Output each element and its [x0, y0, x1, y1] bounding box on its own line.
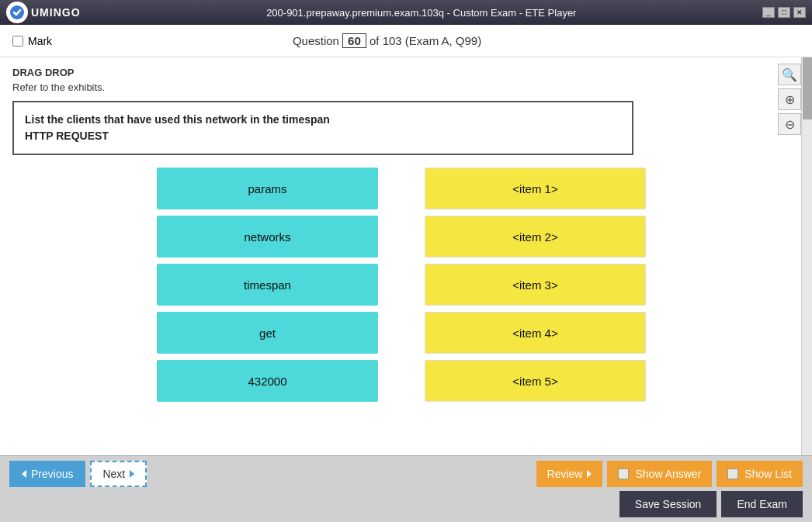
window-controls: _ □ ✕	[762, 7, 806, 18]
drag-drop-area: params networks timespan get 432000 <ite…	[12, 168, 790, 402]
previous-button[interactable]: Previous	[9, 461, 85, 487]
drag-item-cyan-0[interactable]: params	[157, 168, 378, 209]
bottom-row2: Save Session End Exam	[9, 491, 803, 517]
previous-label: Previous	[31, 468, 73, 480]
drag-item-cyan-3[interactable]: get	[157, 312, 378, 354]
logo-text: UMINGO	[31, 6, 81, 19]
title-bar: UMINGO 200-901.prepaway.premium.exam.103…	[0, 0, 812, 25]
zoom-out-button[interactable]: ⊖	[778, 113, 801, 135]
mark-checkbox[interactable]: Mark	[12, 35, 52, 47]
save-session-button[interactable]: Save Session	[619, 491, 717, 517]
tools-sidebar: 🔍 ⊕ ⊖	[778, 64, 801, 135]
next-arrow-icon	[130, 470, 134, 478]
drag-item-yellow-2[interactable]: <item 3>	[425, 264, 646, 306]
review-button[interactable]: Review	[536, 461, 603, 487]
next-label: Next	[102, 468, 125, 480]
search-icon: 🔍	[782, 67, 797, 82]
drag-drop-label: DRAG DROP	[12, 67, 790, 78]
main-window: Mark Question 60 of 103 (Exam A, Q99) DR…	[0, 25, 812, 522]
header-bar: Mark Question 60 of 103 (Exam A, Q99)	[0, 25, 812, 57]
save-session-label: Save Session	[635, 498, 702, 510]
question-box: List the clients that have used this net…	[12, 101, 633, 155]
drag-item-yellow-4[interactable]: <item 5>	[425, 360, 646, 402]
end-exam-label: End Exam	[737, 498, 787, 510]
drag-item-cyan-1[interactable]: networks	[157, 216, 378, 258]
show-answer-checkbox-icon	[618, 468, 629, 479]
show-answer-label: Show Answer	[635, 468, 701, 480]
zoom-in-icon: ⊕	[785, 92, 795, 107]
review-arrow-icon	[587, 470, 592, 478]
show-answer-button[interactable]: Show Answer	[607, 461, 712, 487]
mark-input[interactable]	[12, 36, 23, 47]
next-button[interactable]: Next	[90, 461, 147, 487]
window-title: 200-901.prepaway.premium.exam.103q - Cus…	[81, 7, 762, 19]
refer-text: Refer to the exhibits.	[12, 81, 790, 93]
show-list-checkbox-icon	[727, 468, 738, 479]
drag-column-yellow: <item 1> <item 2> <item 3> <item 4> <ite…	[425, 168, 646, 402]
show-list-label: Show List	[744, 468, 792, 480]
mark-label: Mark	[28, 35, 52, 47]
question-label: Question	[293, 34, 339, 47]
drag-item-cyan-4[interactable]: 432000	[157, 360, 378, 402]
prev-arrow-icon	[22, 470, 26, 478]
maximize-button[interactable]: □	[778, 7, 790, 18]
bottom-bar: Previous Next Review Show Answer Show	[0, 455, 812, 522]
question-info: Question 60 of 103 (Exam A, Q99)	[293, 33, 481, 48]
drag-item-yellow-3[interactable]: <item 4>	[425, 312, 646, 354]
question-number: 60	[342, 33, 366, 48]
drag-item-yellow-1[interactable]: <item 2>	[425, 216, 646, 258]
search-tool-button[interactable]: 🔍	[778, 64, 801, 85]
minimize-button[interactable]: _	[762, 7, 775, 18]
question-text-line2: HTTP REQUEST	[25, 128, 621, 144]
drag-column-cyan: params networks timespan get 432000	[157, 168, 378, 402]
end-exam-button[interactable]: End Exam	[721, 491, 803, 517]
scroll-thumb[interactable]	[803, 57, 812, 119]
zoom-in-button[interactable]: ⊕	[778, 88, 801, 110]
bottom-row1: Previous Next Review Show Answer Show	[9, 461, 803, 487]
review-label: Review	[547, 468, 583, 480]
close-button[interactable]: ✕	[793, 7, 806, 18]
logo-icon	[6, 2, 28, 23]
show-list-button[interactable]: Show List	[717, 461, 803, 487]
question-total: of 103 (Exam A, Q99)	[370, 34, 481, 47]
scrollbar[interactable]	[801, 57, 812, 455]
content-inner: DRAG DROP Refer to the exhibits. List th…	[0, 57, 812, 455]
question-text-line1: List the clients that have used this net…	[25, 112, 621, 128]
zoom-out-icon: ⊖	[785, 117, 795, 132]
drag-item-yellow-0[interactable]: <item 1>	[425, 168, 646, 209]
drag-item-cyan-2[interactable]: timespan	[157, 264, 378, 306]
content-area: DRAG DROP Refer to the exhibits. List th…	[0, 57, 812, 455]
logo: UMINGO	[6, 2, 81, 23]
